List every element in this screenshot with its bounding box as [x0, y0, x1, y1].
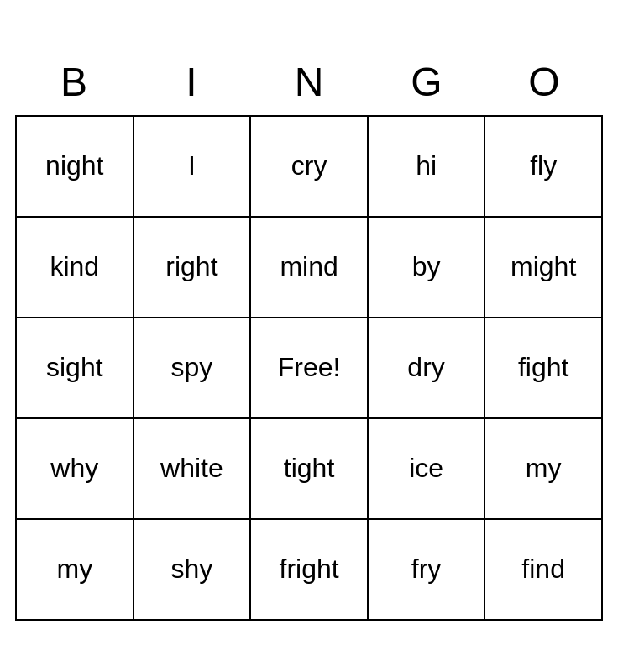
- header-b: B: [15, 52, 133, 112]
- bingo-card: B I N G O nightIcryhiflykindrightmindbym…: [15, 52, 603, 621]
- table-cell[interactable]: spy: [134, 318, 251, 418]
- table-cell[interactable]: by: [368, 217, 484, 318]
- table-cell[interactable]: hi: [368, 116, 484, 217]
- table-cell[interactable]: shy: [134, 519, 251, 620]
- table-cell[interactable]: my: [16, 519, 134, 620]
- table-cell[interactable]: tight: [250, 418, 368, 519]
- table-cell[interactable]: sight: [16, 318, 134, 418]
- table-cell[interactable]: I: [134, 116, 251, 217]
- table-cell[interactable]: find: [484, 519, 602, 620]
- bingo-header: B I N G O: [15, 52, 603, 112]
- table-cell[interactable]: white: [134, 418, 251, 519]
- table-cell[interactable]: dry: [368, 318, 484, 418]
- table-cell[interactable]: right: [134, 217, 251, 318]
- table-cell[interactable]: kind: [16, 217, 134, 318]
- table-cell[interactable]: might: [484, 217, 602, 318]
- table-row: sightspyFree!dryfight: [16, 318, 602, 418]
- table-cell[interactable]: ice: [368, 418, 484, 519]
- table-cell[interactable]: my: [484, 418, 602, 519]
- table-cell[interactable]: fly: [484, 116, 602, 217]
- header-n: N: [250, 52, 368, 112]
- table-cell[interactable]: fry: [368, 519, 484, 620]
- table-cell[interactable]: fight: [484, 318, 602, 418]
- table-cell[interactable]: fright: [250, 519, 368, 620]
- header-g: G: [368, 52, 485, 112]
- table-cell[interactable]: why: [16, 418, 134, 519]
- header-i: I: [133, 52, 250, 112]
- table-cell[interactable]: night: [16, 116, 134, 217]
- table-cell[interactable]: cry: [250, 116, 368, 217]
- table-cell[interactable]: Free!: [250, 318, 368, 418]
- table-row: nightIcryhifly: [16, 116, 602, 217]
- bingo-grid: nightIcryhiflykindrightmindbymightsights…: [15, 115, 603, 621]
- table-row: kindrightmindbymight: [16, 217, 602, 318]
- header-o: O: [485, 52, 603, 112]
- table-row: myshyfrightfryfind: [16, 519, 602, 620]
- table-row: whywhitetighticemy: [16, 418, 602, 519]
- table-cell[interactable]: mind: [250, 217, 368, 318]
